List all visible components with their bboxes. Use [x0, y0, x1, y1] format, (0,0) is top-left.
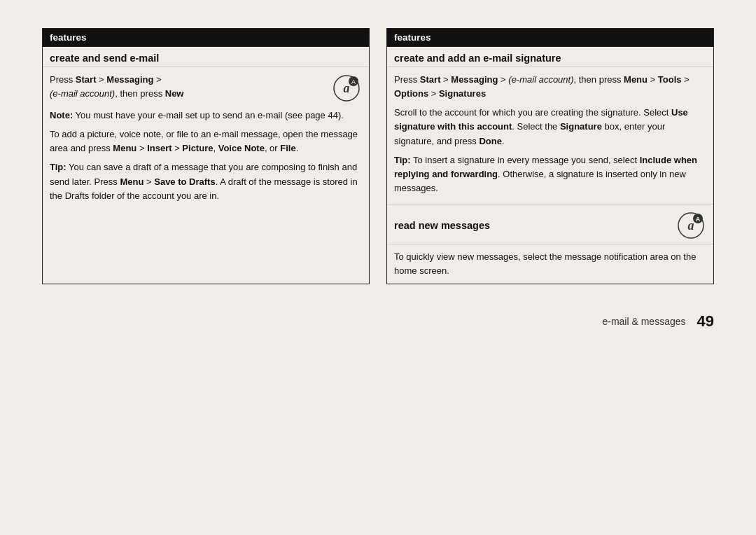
left-column: features create and send e-mail Press St… [42, 28, 370, 284]
right-section-title: create and add an e-mail signature [387, 47, 713, 67]
read-para: To quickly view new messages, select the… [394, 250, 706, 278]
left-first-line: Press Start > Messaging > (e-mail accoun… [50, 73, 331, 101]
left-section-body: Press Start > Messaging > (e-mail accoun… [43, 67, 369, 209]
left-para2: To add a picture, voice note, or file to… [50, 127, 362, 155]
read-section-body: To quickly view new messages, select the… [387, 244, 713, 284]
right-tip: Tip: To insert a signature in every mess… [394, 153, 706, 195]
read-messages-title: read new messages [394, 220, 490, 231]
read-messages-header: read new messages a A [387, 204, 713, 244]
svg-text:A: A [696, 216, 701, 223]
right-section-body: Press Start > Messaging > (e-mail accoun… [387, 67, 713, 201]
left-features-header: features [43, 29, 369, 47]
right-scroll: Scroll to the account for which you are … [394, 106, 706, 148]
svg-text:a: a [344, 81, 350, 95]
read-envelope-icon: a A [676, 210, 706, 241]
right-column: features create and add an e-mail signat… [386, 28, 714, 284]
left-section-title: create and send e-mail [43, 47, 369, 67]
footer: e-mail & messages 49 [42, 312, 714, 331]
footer-label: e-mail & messages [602, 316, 685, 327]
right-first-line: Press Start > Messaging > (e-mail accoun… [394, 73, 706, 101]
left-note: Note: You must have your e-mail set up t… [50, 109, 362, 123]
left-tip: Tip: You can save a draft of a message t… [50, 160, 362, 202]
footer-page-number: 49 [697, 312, 714, 331]
svg-text:A: A [351, 78, 356, 85]
right-features-header: features [387, 29, 713, 47]
envelope-icon: a A [331, 73, 362, 104]
svg-text:a: a [688, 218, 694, 232]
